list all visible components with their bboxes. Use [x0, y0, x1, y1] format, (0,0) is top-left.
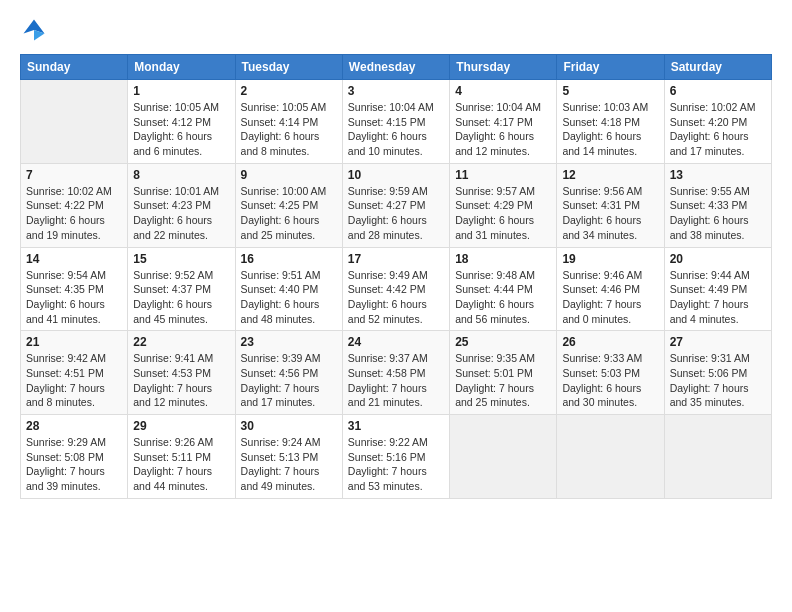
day-cell: 24Sunrise: 9:37 AMSunset: 4:58 PMDayligh…	[342, 331, 449, 415]
day-number: 18	[455, 252, 551, 266]
day-cell: 22Sunrise: 9:41 AMSunset: 4:53 PMDayligh…	[128, 331, 235, 415]
day-info: Sunrise: 9:44 AMSunset: 4:49 PMDaylight:…	[670, 268, 766, 327]
day-cell: 31Sunrise: 9:22 AMSunset: 5:16 PMDayligh…	[342, 415, 449, 499]
day-info: Sunrise: 9:54 AMSunset: 4:35 PMDaylight:…	[26, 268, 122, 327]
day-number: 12	[562, 168, 658, 182]
day-info: Sunrise: 9:46 AMSunset: 4:46 PMDaylight:…	[562, 268, 658, 327]
calendar-header: SundayMondayTuesdayWednesdayThursdayFrid…	[21, 55, 772, 80]
day-number: 17	[348, 252, 444, 266]
week-row-4: 21Sunrise: 9:42 AMSunset: 4:51 PMDayligh…	[21, 331, 772, 415]
day-header-thursday: Thursday	[450, 55, 557, 80]
day-cell: 13Sunrise: 9:55 AMSunset: 4:33 PMDayligh…	[664, 163, 771, 247]
day-info: Sunrise: 9:31 AMSunset: 5:06 PMDaylight:…	[670, 351, 766, 410]
day-header-wednesday: Wednesday	[342, 55, 449, 80]
day-info: Sunrise: 9:55 AMSunset: 4:33 PMDaylight:…	[670, 184, 766, 243]
week-row-2: 7Sunrise: 10:02 AMSunset: 4:22 PMDayligh…	[21, 163, 772, 247]
week-row-5: 28Sunrise: 9:29 AMSunset: 5:08 PMDayligh…	[21, 415, 772, 499]
day-info: Sunrise: 9:35 AMSunset: 5:01 PMDaylight:…	[455, 351, 551, 410]
day-cell: 14Sunrise: 9:54 AMSunset: 4:35 PMDayligh…	[21, 247, 128, 331]
logo	[20, 16, 52, 44]
day-number: 10	[348, 168, 444, 182]
day-info: Sunrise: 9:22 AMSunset: 5:16 PMDaylight:…	[348, 435, 444, 494]
day-number: 20	[670, 252, 766, 266]
day-cell: 2Sunrise: 10:05 AMSunset: 4:14 PMDayligh…	[235, 80, 342, 164]
calendar-table: SundayMondayTuesdayWednesdayThursdayFrid…	[20, 54, 772, 499]
day-cell: 25Sunrise: 9:35 AMSunset: 5:01 PMDayligh…	[450, 331, 557, 415]
day-cell: 28Sunrise: 9:29 AMSunset: 5:08 PMDayligh…	[21, 415, 128, 499]
logo-icon	[20, 16, 48, 44]
day-number: 31	[348, 419, 444, 433]
day-number: 27	[670, 335, 766, 349]
day-info: Sunrise: 10:02 AMSunset: 4:20 PMDaylight…	[670, 100, 766, 159]
day-number: 19	[562, 252, 658, 266]
day-number: 7	[26, 168, 122, 182]
day-header-friday: Friday	[557, 55, 664, 80]
day-cell: 1Sunrise: 10:05 AMSunset: 4:12 PMDayligh…	[128, 80, 235, 164]
day-cell: 4Sunrise: 10:04 AMSunset: 4:17 PMDayligh…	[450, 80, 557, 164]
day-number: 22	[133, 335, 229, 349]
day-info: Sunrise: 9:33 AMSunset: 5:03 PMDaylight:…	[562, 351, 658, 410]
day-number: 5	[562, 84, 658, 98]
day-info: Sunrise: 10:02 AMSunset: 4:22 PMDaylight…	[26, 184, 122, 243]
day-number: 4	[455, 84, 551, 98]
day-number: 29	[133, 419, 229, 433]
day-info: Sunrise: 9:37 AMSunset: 4:58 PMDaylight:…	[348, 351, 444, 410]
day-info: Sunrise: 9:39 AMSunset: 4:56 PMDaylight:…	[241, 351, 337, 410]
day-number: 8	[133, 168, 229, 182]
header	[20, 16, 772, 44]
day-info: Sunrise: 10:05 AMSunset: 4:14 PMDaylight…	[241, 100, 337, 159]
day-cell: 9Sunrise: 10:00 AMSunset: 4:25 PMDayligh…	[235, 163, 342, 247]
day-info: Sunrise: 9:56 AMSunset: 4:31 PMDaylight:…	[562, 184, 658, 243]
day-info: Sunrise: 10:01 AMSunset: 4:23 PMDaylight…	[133, 184, 229, 243]
day-cell: 29Sunrise: 9:26 AMSunset: 5:11 PMDayligh…	[128, 415, 235, 499]
week-row-1: 1Sunrise: 10:05 AMSunset: 4:12 PMDayligh…	[21, 80, 772, 164]
day-info: Sunrise: 9:52 AMSunset: 4:37 PMDaylight:…	[133, 268, 229, 327]
day-cell: 20Sunrise: 9:44 AMSunset: 4:49 PMDayligh…	[664, 247, 771, 331]
day-cell: 27Sunrise: 9:31 AMSunset: 5:06 PMDayligh…	[664, 331, 771, 415]
day-info: Sunrise: 10:00 AMSunset: 4:25 PMDaylight…	[241, 184, 337, 243]
day-cell: 6Sunrise: 10:02 AMSunset: 4:20 PMDayligh…	[664, 80, 771, 164]
day-info: Sunrise: 9:29 AMSunset: 5:08 PMDaylight:…	[26, 435, 122, 494]
day-cell: 5Sunrise: 10:03 AMSunset: 4:18 PMDayligh…	[557, 80, 664, 164]
day-number: 1	[133, 84, 229, 98]
day-number: 9	[241, 168, 337, 182]
day-number: 2	[241, 84, 337, 98]
day-number: 23	[241, 335, 337, 349]
days-of-week-row: SundayMondayTuesdayWednesdayThursdayFrid…	[21, 55, 772, 80]
day-info: Sunrise: 10:04 AMSunset: 4:17 PMDaylight…	[455, 100, 551, 159]
day-number: 28	[26, 419, 122, 433]
week-row-3: 14Sunrise: 9:54 AMSunset: 4:35 PMDayligh…	[21, 247, 772, 331]
day-cell: 10Sunrise: 9:59 AMSunset: 4:27 PMDayligh…	[342, 163, 449, 247]
day-cell	[557, 415, 664, 499]
day-header-sunday: Sunday	[21, 55, 128, 80]
day-cell	[664, 415, 771, 499]
day-number: 13	[670, 168, 766, 182]
day-cell: 30Sunrise: 9:24 AMSunset: 5:13 PMDayligh…	[235, 415, 342, 499]
day-info: Sunrise: 9:41 AMSunset: 4:53 PMDaylight:…	[133, 351, 229, 410]
day-info: Sunrise: 10:03 AMSunset: 4:18 PMDaylight…	[562, 100, 658, 159]
day-cell: 8Sunrise: 10:01 AMSunset: 4:23 PMDayligh…	[128, 163, 235, 247]
day-number: 16	[241, 252, 337, 266]
day-info: Sunrise: 9:57 AMSunset: 4:29 PMDaylight:…	[455, 184, 551, 243]
day-header-tuesday: Tuesday	[235, 55, 342, 80]
day-info: Sunrise: 9:51 AMSunset: 4:40 PMDaylight:…	[241, 268, 337, 327]
day-number: 3	[348, 84, 444, 98]
day-header-saturday: Saturday	[664, 55, 771, 80]
day-cell: 23Sunrise: 9:39 AMSunset: 4:56 PMDayligh…	[235, 331, 342, 415]
day-cell: 19Sunrise: 9:46 AMSunset: 4:46 PMDayligh…	[557, 247, 664, 331]
day-number: 6	[670, 84, 766, 98]
calendar-body: 1Sunrise: 10:05 AMSunset: 4:12 PMDayligh…	[21, 80, 772, 499]
day-info: Sunrise: 9:48 AMSunset: 4:44 PMDaylight:…	[455, 268, 551, 327]
day-number: 26	[562, 335, 658, 349]
day-cell: 16Sunrise: 9:51 AMSunset: 4:40 PMDayligh…	[235, 247, 342, 331]
day-cell: 11Sunrise: 9:57 AMSunset: 4:29 PMDayligh…	[450, 163, 557, 247]
day-cell: 18Sunrise: 9:48 AMSunset: 4:44 PMDayligh…	[450, 247, 557, 331]
day-cell: 17Sunrise: 9:49 AMSunset: 4:42 PMDayligh…	[342, 247, 449, 331]
page: SundayMondayTuesdayWednesdayThursdayFrid…	[0, 0, 792, 612]
day-cell: 21Sunrise: 9:42 AMSunset: 4:51 PMDayligh…	[21, 331, 128, 415]
day-info: Sunrise: 9:59 AMSunset: 4:27 PMDaylight:…	[348, 184, 444, 243]
day-header-monday: Monday	[128, 55, 235, 80]
day-info: Sunrise: 9:42 AMSunset: 4:51 PMDaylight:…	[26, 351, 122, 410]
day-number: 25	[455, 335, 551, 349]
day-number: 11	[455, 168, 551, 182]
